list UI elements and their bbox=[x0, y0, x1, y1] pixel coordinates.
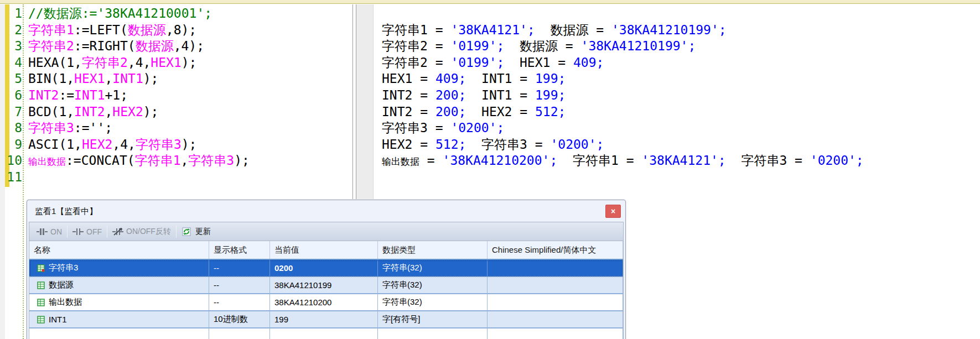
code-segment: '0200'; bbox=[450, 121, 504, 135]
st-code-pane[interactable]: //数据源:='38KA41210001';字符串1:=LEFT(数据源,8);… bbox=[28, 6, 250, 186]
monitor-line: HEX1 = 409; INT1 = 199; bbox=[382, 71, 864, 87]
code-segment: ); bbox=[143, 105, 159, 119]
code-segment: 512; bbox=[435, 137, 474, 152]
data-type: 字符串(32) bbox=[378, 277, 488, 293]
line-number: 6 bbox=[7, 87, 22, 104]
code-segment: 字符串3 = bbox=[382, 121, 450, 135]
code-segment: HEX2 = bbox=[474, 105, 535, 119]
code-segment: := bbox=[59, 88, 74, 102]
display-format bbox=[209, 328, 270, 339]
watch-window-titlebar[interactable]: 监看1【监看中】 × bbox=[27, 200, 625, 222]
monitor-line bbox=[382, 6, 864, 22]
comment-column bbox=[488, 260, 623, 276]
code-segment: ,4, bbox=[112, 137, 136, 152]
code-segment: 数据源 bbox=[128, 23, 166, 37]
code-segment: HEX1 bbox=[74, 71, 105, 86]
code-segment: INT2 bbox=[74, 105, 105, 119]
code-segment: 字符串1 = bbox=[565, 153, 641, 168]
code-segment: INT1 = bbox=[474, 88, 535, 102]
watch-row-字符串3[interactable]: 字符串3--0200字符串(32) bbox=[29, 260, 623, 277]
line-number: 10 bbox=[7, 153, 22, 169]
display-format: 10进制数 bbox=[209, 311, 270, 327]
column-header[interactable]: 当前值 bbox=[270, 241, 378, 259]
toolbar-button--[interactable]: 更新 bbox=[178, 227, 214, 237]
code-line: ASCI(1,HEX2,4,字符串3); bbox=[28, 137, 250, 153]
contact-off-icon bbox=[72, 227, 84, 236]
code-segment: HEX2 bbox=[82, 137, 112, 152]
code-segment: INT1 = bbox=[474, 71, 535, 86]
line-number: 8 bbox=[7, 120, 22, 137]
column-header[interactable]: 显示格式 bbox=[209, 241, 270, 259]
code-segment: 199; bbox=[535, 88, 566, 102]
code-segment: '38KA41210200'; bbox=[443, 153, 566, 168]
code-line: 字符串3:=''; bbox=[28, 120, 250, 137]
comment-column bbox=[488, 311, 623, 327]
monitor-value-pane: 字符串1 = '38KA4121'; 数据源 = '38KA41210199';… bbox=[382, 6, 864, 186]
code-segment: 字符串1 bbox=[28, 23, 74, 37]
gutter-separator bbox=[23, 4, 24, 339]
code-segment: //数据源:='38KA41210001'; bbox=[28, 6, 212, 20]
variable-name: INT1 bbox=[49, 315, 67, 324]
code-segment: 字符串2 bbox=[82, 55, 128, 70]
variable-name: 数据源 bbox=[49, 280, 74, 290]
toolbar-button-label: ON bbox=[50, 227, 62, 236]
line-number: 5 bbox=[7, 71, 22, 87]
code-segment: '0200'; bbox=[810, 153, 864, 168]
watch-row-数据源[interactable]: 数据源--38KA41210199字符串(32) bbox=[29, 277, 623, 294]
close-icon[interactable]: × bbox=[605, 205, 621, 218]
st-editor-screen: 1234567891011 //数据源:='38KA41210001';字符串1… bbox=[0, 0, 980, 339]
contact-on-icon bbox=[37, 227, 48, 236]
code-segment: 输出数据 bbox=[382, 156, 419, 167]
code-segment: 512; bbox=[535, 105, 566, 119]
display-format: -- bbox=[209, 294, 270, 310]
watch-toolbar: ONOFFON/OFF反转更新 bbox=[29, 222, 624, 241]
code-segment: INT2 bbox=[28, 88, 59, 102]
line-number: 7 bbox=[7, 104, 22, 121]
toolbar-separator bbox=[107, 226, 107, 238]
code-segment: ,8); bbox=[166, 23, 196, 37]
code-line bbox=[28, 169, 250, 186]
code-segment: 199; bbox=[535, 71, 566, 86]
toolbar-button-on-off-[interactable]: ON/OFF反转 bbox=[109, 227, 174, 237]
data-type: 字符串(32) bbox=[378, 294, 488, 310]
comment-column bbox=[488, 328, 623, 339]
watch-row-INT1[interactable]: INT110进制数199字[有符号] bbox=[29, 311, 623, 328]
current-value: 38KA41210199 bbox=[270, 277, 378, 293]
code-segment: 字符串3 bbox=[136, 137, 182, 152]
code-segment: , bbox=[105, 71, 112, 86]
toolbar-button-label: OFF bbox=[86, 227, 102, 236]
watch-table-header: 名称显示格式当前值数据类型Chinese Simplified/简体中文 bbox=[29, 241, 623, 260]
code-segment: 409; bbox=[435, 71, 474, 86]
code-segment: 200; bbox=[435, 105, 474, 119]
code-segment: = bbox=[419, 153, 443, 168]
code-segment: INT2 = bbox=[382, 88, 435, 102]
column-header[interactable]: 数据类型 bbox=[378, 241, 488, 259]
code-segment: 字符串1 = bbox=[382, 23, 450, 37]
variable-icon bbox=[37, 281, 45, 289]
code-line: BIN(1,HEX1,INT1); bbox=[28, 71, 250, 87]
code-segment: HEX1 = bbox=[382, 71, 435, 86]
code-segment: HEXA(1, bbox=[28, 55, 82, 70]
monitor-line: 字符串2 = '0199'; HEX1 = 409; bbox=[382, 55, 864, 71]
data-type: 字符串(32) bbox=[378, 260, 488, 276]
code-segment: INT1 bbox=[112, 71, 143, 86]
code-segment: 数据源 bbox=[136, 39, 174, 53]
column-header[interactable]: 名称 bbox=[29, 241, 209, 259]
watch-table: 名称显示格式当前值数据类型Chinese Simplified/简体中文 字符串… bbox=[29, 241, 624, 339]
code-segment: 字符串3 bbox=[28, 121, 74, 135]
code-segment: 200; bbox=[435, 88, 474, 102]
data-type: 字[有符号] bbox=[378, 311, 488, 327]
line-number: 2 bbox=[7, 22, 22, 39]
watch-row-输出数据[interactable]: 输出数据--38KA41210200字符串(32) bbox=[29, 294, 623, 311]
column-header[interactable]: Chinese Simplified/简体中文 bbox=[488, 241, 623, 259]
code-line: //数据源:='38KA41210001'; bbox=[28, 6, 250, 22]
code-segment: 409; bbox=[573, 55, 604, 70]
toolbar-button-label: ON/OFF反转 bbox=[126, 227, 171, 237]
watch-row-empty[interactable] bbox=[29, 328, 623, 339]
toolbar-button-on[interactable]: ON bbox=[33, 227, 65, 236]
code-segment: 字符串3 = bbox=[734, 153, 810, 168]
current-value bbox=[270, 328, 378, 339]
line-number: 11 bbox=[7, 169, 22, 186]
code-segment: '0199'; bbox=[450, 39, 512, 53]
toolbar-button-off[interactable]: OFF bbox=[69, 227, 105, 236]
